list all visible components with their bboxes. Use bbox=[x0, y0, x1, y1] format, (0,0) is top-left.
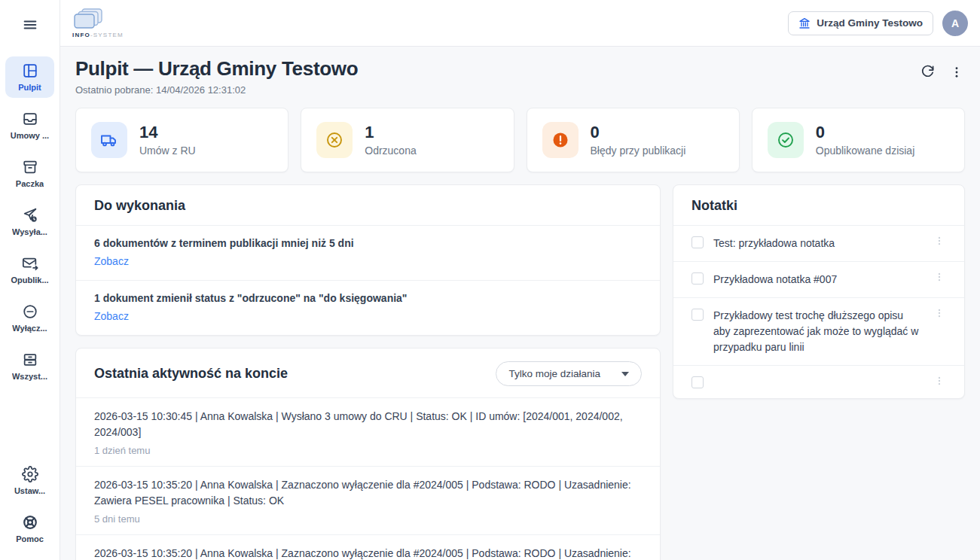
stat-value: 1 bbox=[365, 123, 416, 142]
stat-card-umowy: 14 Umów z RU bbox=[75, 108, 289, 172]
todo-panel-title: Do wykonania bbox=[94, 198, 185, 214]
sidebar-item-wylaczenia[interactable]: Wyłącz... bbox=[5, 297, 54, 339]
sidebar-item-label: Wysyła... bbox=[12, 227, 47, 236]
note-checkbox[interactable] bbox=[691, 236, 704, 248]
life-buoy-icon bbox=[22, 514, 38, 531]
activity-filter-value: Tylko moje działania bbox=[508, 368, 600, 379]
todo-see-link[interactable]: Zobacz bbox=[94, 310, 129, 322]
notes-panel-title: Notatki bbox=[691, 198, 737, 214]
check-circle-icon bbox=[768, 122, 804, 158]
sidebar-item-label: Pulpit bbox=[18, 83, 41, 92]
drawers-icon bbox=[22, 352, 38, 368]
note-text bbox=[713, 376, 923, 388]
todo-item: 6 dokumentów z terminem publikacji mniej… bbox=[76, 226, 660, 281]
page-actions bbox=[919, 57, 965, 81]
note-kebab-menu-icon[interactable] bbox=[933, 272, 946, 282]
sidebar-item-wszystkie[interactable]: Wszyst... bbox=[5, 345, 54, 387]
stat-value: 0 bbox=[591, 123, 686, 142]
activity-item-text: 2026-03-15 10:30:45 | Anna Kowalska | Wy… bbox=[94, 409, 642, 440]
todo-item-text: 6 dokumentów z terminem publikacji mniej… bbox=[94, 237, 642, 249]
sidebar-item-label: Wyłącz... bbox=[12, 324, 47, 333]
todo-see-link[interactable]: Zobacz bbox=[94, 255, 129, 267]
sidebar-item-pomoc[interactable]: Pomoc bbox=[5, 508, 54, 549]
stat-label: Opublikowane dzisiaj bbox=[816, 145, 915, 157]
activity-item: 2026-03-15 10:35:20 | Anna Kowalska | Za… bbox=[76, 467, 660, 535]
kebab-menu-icon[interactable] bbox=[948, 64, 965, 81]
sidebar-item-wysylanie[interactable]: Wysyła... bbox=[5, 201, 54, 242]
stat-card-odrzucona: 1 Odrzucona bbox=[301, 108, 514, 172]
page-title: Pulpit — Urząd Gminy Testowo bbox=[75, 57, 358, 81]
sidebar: Pulpit Umowy ... Paczka Wysyła... bbox=[0, 0, 60, 560]
sidebar-item-label: Paczka bbox=[16, 179, 44, 188]
todo-item-text: 1 dokument zmienił status z "odrzucone" … bbox=[94, 292, 642, 304]
truck-icon bbox=[91, 122, 127, 158]
note-checkbox[interactable] bbox=[691, 309, 704, 321]
note-kebab-menu-icon[interactable] bbox=[933, 308, 946, 318]
sidebar-nav: Pulpit Umowy ... Paczka Wysyła... bbox=[5, 56, 54, 387]
sidebar-item-label: Wszyst... bbox=[12, 372, 47, 381]
todo-panel: Do wykonania 6 dokumentów z terminem pub… bbox=[75, 184, 661, 336]
activity-item: 2026-03-15 10:30:45 | Anna Kowalska | Wy… bbox=[76, 398, 660, 467]
dashboard-icon bbox=[22, 62, 38, 79]
stat-card-opublikowane: 0 Opublikowane dzisiaj bbox=[752, 108, 965, 172]
stat-card-bledy: 0 Błędy przy publikacji bbox=[527, 108, 740, 172]
inbox-icon bbox=[22, 111, 38, 127]
note-row bbox=[673, 366, 964, 398]
note-text: Przykładowa notatka #007 bbox=[713, 272, 923, 288]
hamburger-menu-icon[interactable] bbox=[17, 12, 43, 40]
note-row: Przykładowa notatka #007 bbox=[673, 262, 964, 298]
main-area: INFO-SYSTEM Urząd Gminy Testowo A Pulpit… bbox=[60, 0, 980, 560]
app-logo: INFO-SYSTEM bbox=[72, 8, 124, 38]
mail-forward-icon bbox=[22, 255, 38, 272]
note-text: Przykładowy test trochę dłuższego opisu … bbox=[713, 308, 923, 355]
activity-panel-title: Ostatnia aktywność na koncie bbox=[94, 366, 288, 382]
topbar: INFO-SYSTEM Urząd Gminy Testowo A bbox=[60, 0, 980, 47]
stat-label: Umów z RU bbox=[139, 145, 196, 157]
note-kebab-menu-icon[interactable] bbox=[933, 376, 946, 386]
gear-icon bbox=[22, 466, 38, 482]
activity-item-time: 5 dni temu bbox=[94, 513, 642, 525]
sidebar-item-label: Ustaw... bbox=[14, 486, 45, 495]
sidebar-bottom-nav: Ustaw... Pomoc bbox=[5, 460, 54, 549]
todo-item: 1 dokument zmienił status z "odrzucone" … bbox=[76, 281, 660, 335]
sidebar-item-label: Umowy ... bbox=[11, 131, 49, 140]
last-fetched-timestamp: Ostatnio pobrane: 14/04/2026 12:31:02 bbox=[75, 84, 358, 96]
note-row: Test: przykładowa notatka bbox=[673, 226, 964, 262]
avatar[interactable]: A bbox=[942, 11, 968, 36]
note-checkbox[interactable] bbox=[691, 272, 704, 285]
activity-item: 2026-03-15 10:35:20 | Anna Kowalska | Za… bbox=[76, 535, 660, 560]
chevron-down-icon bbox=[621, 372, 629, 376]
note-row: Przykładowy test trochę dłuższego opisu … bbox=[673, 298, 964, 366]
bank-icon bbox=[798, 17, 811, 29]
organization-button[interactable]: Urząd Gminy Testowo bbox=[788, 11, 933, 35]
stat-cards: 14 Umów z RU 1 Odrzucona bbox=[75, 108, 965, 172]
stat-value: 0 bbox=[816, 123, 915, 142]
stat-label: Odrzucona bbox=[365, 145, 416, 157]
activity-item-time: 1 dzień temu bbox=[94, 445, 642, 456]
refresh-icon[interactable] bbox=[919, 63, 936, 81]
content-columns: Do wykonania 6 dokumentów z terminem pub… bbox=[75, 184, 965, 560]
note-kebab-menu-icon[interactable] bbox=[933, 236, 946, 246]
sidebar-item-label: Opublik... bbox=[11, 275, 48, 285]
notes-panel: Notatki Test: przykładowa notatka Przykł… bbox=[673, 184, 965, 399]
note-text: Test: przykładowa notatka bbox=[713, 236, 923, 251]
send-clock-icon bbox=[22, 207, 38, 224]
activity-filter-select[interactable]: Tylko moje działania bbox=[496, 361, 642, 386]
sidebar-item-pulpit[interactable]: Pulpit bbox=[5, 56, 54, 98]
sidebar-item-ustawienia[interactable]: Ustaw... bbox=[5, 460, 54, 501]
stat-value: 14 bbox=[139, 123, 196, 142]
page-header: Pulpit — Urząd Gminy Testowo Ostatnio po… bbox=[75, 57, 965, 96]
content: Pulpit — Urząd Gminy Testowo Ostatnio po… bbox=[60, 47, 980, 560]
sidebar-item-umowy[interactable]: Umowy ... bbox=[5, 105, 54, 146]
brand-text: INFO-SYSTEM bbox=[72, 32, 124, 38]
topbar-right: Urząd Gminy Testowo A bbox=[788, 11, 968, 36]
sidebar-item-opublikowane[interactable]: Opublik... bbox=[5, 249, 54, 291]
stat-label: Błędy przy publikacji bbox=[591, 145, 686, 157]
alert-circle-icon bbox=[542, 122, 579, 158]
minus-circle-icon bbox=[22, 303, 38, 320]
note-checkbox[interactable] bbox=[691, 376, 704, 388]
sidebar-item-paczka[interactable]: Paczka bbox=[5, 153, 54, 194]
sidebar-item-label: Pomoc bbox=[16, 534, 44, 543]
activity-item-text: 2026-03-15 10:35:20 | Anna Kowalska | Za… bbox=[94, 477, 642, 509]
x-circle-icon bbox=[316, 122, 353, 158]
